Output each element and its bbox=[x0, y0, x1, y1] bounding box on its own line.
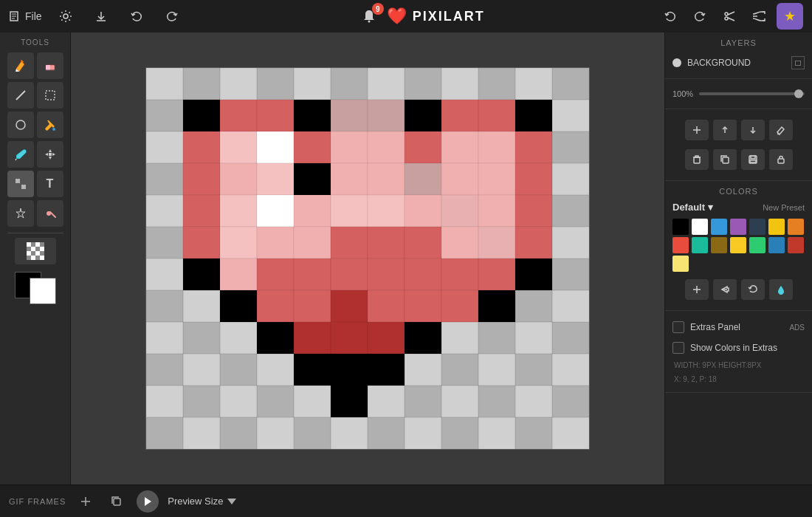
duplicate-frame-btn[interactable] bbox=[106, 490, 128, 513]
delete-layer-btn[interactable] bbox=[685, 149, 709, 170]
color-swatch-13[interactable] bbox=[788, 237, 804, 253]
preview-chevron-icon bbox=[227, 499, 236, 504]
svg-point-6 bbox=[368, 21, 370, 23]
canvas-area bbox=[71, 32, 664, 485]
download-icon bbox=[94, 10, 108, 23]
move-layer-down-btn[interactable] bbox=[741, 120, 765, 140]
fill-tool[interactable] bbox=[37, 112, 63, 138]
pixel-canvas[interactable] bbox=[145, 67, 590, 450]
scissors-icon bbox=[723, 10, 736, 23]
new-preset-btn[interactable]: New Preset bbox=[763, 203, 805, 212]
text-tool[interactable]: T bbox=[37, 171, 63, 197]
pixel-select-tool[interactable] bbox=[7, 171, 34, 197]
undo-btn[interactable] bbox=[125, 4, 148, 28]
foreground-color[interactable] bbox=[30, 278, 56, 304]
scissors-btn[interactable] bbox=[718, 4, 741, 28]
layer-visibility-dot[interactable] bbox=[672, 58, 681, 67]
ads-badge: ADS bbox=[789, 323, 805, 332]
color-swatch-3[interactable] bbox=[730, 219, 746, 235]
zoom-slider[interactable] bbox=[699, 92, 805, 95]
color-swatch-2[interactable] bbox=[711, 219, 727, 235]
undo-right-btn[interactable] bbox=[658, 4, 682, 28]
canvas-coords: X: 9, 2, P: 18 bbox=[672, 372, 805, 386]
notification-count: 9 bbox=[372, 3, 384, 15]
redo-btn[interactable] bbox=[160, 4, 184, 28]
svg-rect-36 bbox=[27, 247, 31, 251]
eraser-icon bbox=[44, 59, 57, 72]
file-menu[interactable]: File bbox=[9, 10, 42, 22]
redo-right-btn[interactable] bbox=[688, 4, 712, 28]
lock-layer-btn[interactable] bbox=[769, 149, 793, 170]
color-swatch-10[interactable] bbox=[730, 237, 746, 253]
svg-rect-47 bbox=[40, 256, 44, 260]
color-swatch-9[interactable] bbox=[711, 237, 727, 253]
move-tool[interactable] bbox=[37, 141, 63, 168]
magic-wand-tool[interactable] bbox=[7, 200, 34, 227]
extras-panel-checkbox[interactable] bbox=[672, 321, 684, 333]
checkerboard-btn[interactable] bbox=[15, 238, 56, 264]
color-swatch-1[interactable] bbox=[692, 219, 708, 235]
color-swatch-7[interactable] bbox=[672, 237, 689, 253]
preset-select[interactable]: Default ▾ bbox=[672, 202, 713, 213]
undo-color-btn[interactable] bbox=[741, 279, 765, 300]
circle-tool[interactable] bbox=[7, 112, 34, 138]
shuffle-btn[interactable] bbox=[747, 4, 771, 28]
undo-icon bbox=[130, 10, 143, 23]
color-swatch-11[interactable] bbox=[749, 237, 765, 253]
svg-line-19 bbox=[16, 159, 16, 160]
nav-center: 9 ❤️ PIXILART bbox=[196, 4, 647, 28]
right-panel: LAYERS BACKGROUND □ 100% bbox=[664, 32, 812, 485]
drop-color-btn[interactable] bbox=[769, 279, 793, 300]
stamp-tool[interactable] bbox=[37, 200, 63, 227]
play-btn[interactable] bbox=[137, 490, 159, 513]
pencil-icon bbox=[14, 59, 27, 72]
duplicate-layer-btn[interactable] bbox=[713, 149, 737, 170]
layer-eye-btn[interactable]: □ bbox=[791, 56, 805, 69]
color-swatch-4[interactable] bbox=[749, 219, 765, 235]
svg-marker-29 bbox=[16, 208, 25, 218]
save-layer-btn[interactable] bbox=[741, 149, 765, 170]
edit-layer-btn[interactable] bbox=[769, 120, 793, 140]
extras-panel-label: Extras Panel bbox=[690, 322, 740, 332]
color-swatch-8[interactable] bbox=[692, 237, 708, 253]
add-frame-btn[interactable] bbox=[75, 490, 97, 513]
layer-name: BACKGROUND bbox=[687, 58, 785, 68]
layers-title: LAYERS bbox=[672, 38, 805, 47]
pencil-tool[interactable] bbox=[7, 52, 34, 79]
line-tool[interactable] bbox=[7, 82, 34, 109]
undo-color-icon bbox=[748, 284, 758, 295]
extras-section: Extras Panel ADS Show Colors in Extras W… bbox=[665, 311, 812, 393]
eyedropper-tool[interactable] bbox=[7, 141, 34, 168]
color-swatch-0[interactable] bbox=[672, 219, 689, 235]
svg-rect-35 bbox=[40, 242, 44, 247]
star-btn[interactable]: ★ bbox=[777, 3, 803, 30]
shuffle-icon bbox=[752, 10, 765, 23]
color-swatch-12[interactable] bbox=[768, 237, 785, 253]
preview-size-select[interactable]: Preview Size bbox=[168, 496, 236, 507]
share-colors-btn[interactable] bbox=[713, 279, 737, 300]
share-icon bbox=[720, 284, 730, 295]
select-tool[interactable] bbox=[37, 82, 63, 109]
svg-rect-54 bbox=[723, 157, 729, 163]
color-swatch-5[interactable] bbox=[768, 219, 785, 235]
color-swatch-14[interactable] bbox=[672, 256, 689, 272]
move-layer-up-btn[interactable] bbox=[713, 120, 737, 140]
add-layer-btn[interactable] bbox=[685, 120, 709, 140]
settings-btn[interactable] bbox=[54, 4, 78, 28]
show-colors-checkbox[interactable] bbox=[672, 342, 684, 354]
color-preview bbox=[15, 272, 56, 304]
add-color-btn[interactable] bbox=[685, 279, 709, 300]
download-btn[interactable] bbox=[89, 4, 113, 28]
notification-btn[interactable]: 9 bbox=[357, 4, 381, 28]
layer-actions-section bbox=[665, 109, 812, 181]
eraser-tool[interactable] bbox=[37, 52, 63, 79]
show-colors-row: Show Colors in Extras bbox=[672, 338, 805, 358]
svg-rect-53 bbox=[694, 157, 700, 163]
trash-icon bbox=[692, 154, 702, 165]
arrow-up-icon bbox=[720, 125, 730, 135]
svg-rect-58 bbox=[778, 159, 784, 163]
color-actions bbox=[672, 275, 805, 304]
file-label: File bbox=[25, 10, 42, 22]
color-swatch-6[interactable] bbox=[788, 219, 804, 235]
svg-marker-23 bbox=[52, 153, 55, 156]
